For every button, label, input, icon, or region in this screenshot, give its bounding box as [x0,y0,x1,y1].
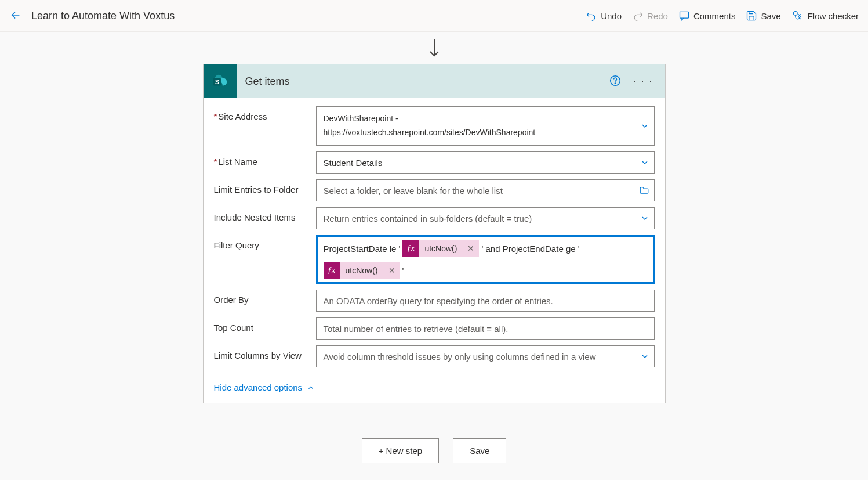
row-limit-columns: Limit Columns by View Avoid column thres… [214,345,655,367]
back-arrow-icon[interactable] [9,9,22,23]
token-remove-icon[interactable]: ✕ [463,244,479,253]
svg-point-1 [793,12,797,16]
comments-button[interactable]: Comments [678,10,736,21]
label-limit-folder: Limit Entries to Folder [214,179,316,194]
more-menu-icon[interactable]: · · · [633,75,653,88]
order-by-placeholder: An ODATA orderBy query for specifying th… [317,291,654,311]
row-order-by: Order By An ODATA orderBy query for spec… [214,290,655,312]
redo-button: Redo [632,10,668,21]
new-step-button[interactable]: + New step [362,438,439,463]
flow-title: Learn to Automate With Voxtus [31,10,175,22]
footer-save-button[interactable]: Save [453,438,506,463]
input-top-count[interactable]: Total number of entries to retrieve (def… [316,317,655,340]
input-limit-folder[interactable]: Select a folder, or leave blank for the … [316,179,655,201]
undo-button[interactable]: Undo [586,10,622,21]
expression-token-utcnow-1[interactable]: ƒx utcNow() ✕ [402,240,479,257]
label-list-name: *List Name [214,151,316,167]
expression-token-utcnow-2[interactable]: ƒx utcNow() ✕ [324,262,400,279]
input-include-nested[interactable]: Return entries contained in sub-folders … [316,207,655,229]
sharepoint-icon: S [204,64,237,98]
action-title: Get items [237,75,610,88]
arrow-down-icon [427,38,441,60]
list-name-value: Student Details [317,153,654,172]
site-address-line2: https://voxtustech.sharepoint.com/sites/… [324,126,633,140]
svg-point-9 [615,82,616,83]
flow-checker-label: Flow checker [808,11,859,21]
flow-checker-button[interactable]: Flow checker [791,10,859,21]
undo-icon [586,10,597,21]
save-button[interactable]: Save [746,10,780,21]
limit-columns-placeholder: Avoid column threshold issues by only us… [317,347,654,366]
row-filter-query: Filter Query ProjectStartDate le ' ƒx ut… [214,235,655,284]
input-order-by[interactable]: An ODATA orderBy query for specifying th… [316,290,655,312]
footer-buttons: + New step Save [362,438,507,463]
chevron-down-icon[interactable] [640,352,649,361]
label-include-nested: Include Nested Items [214,207,316,222]
svg-rect-0 [680,12,688,18]
comments-label: Comments [693,11,736,21]
label-limit-columns: Limit Columns by View [214,345,316,360]
fq-text-before: ProjectStartDate le ' [324,244,401,254]
help-icon[interactable] [609,75,621,88]
topbar: Learn to Automate With Voxtus Undo Redo … [0,0,868,32]
input-limit-columns[interactable]: Avoid column threshold issues by only us… [316,345,655,367]
chevron-down-icon[interactable] [640,214,649,223]
hide-advanced-link[interactable]: Hide advanced options [204,378,326,403]
row-top-count: Top Count Total number of entries to ret… [214,317,655,340]
row-list-name: *List Name Student Details [214,151,655,174]
input-site-address[interactable]: DevWithSharepoint - https://voxtustech.s… [316,106,655,146]
action-header[interactable]: S Get items · · · [204,64,665,98]
label-filter-query: Filter Query [214,235,316,250]
limit-folder-placeholder: Select a folder, or leave blank for the … [317,181,654,200]
label-order-by: Order By [214,290,316,305]
token1-label: utcNow() [419,244,463,253]
top-count-placeholder: Total number of entries to retrieve (def… [317,319,654,338]
chevron-down-icon[interactable] [640,158,649,167]
row-include-nested: Include Nested Items Return entries cont… [214,207,655,229]
fx-icon: ƒx [324,262,340,279]
redo-icon [632,10,644,21]
hide-advanced-label: Hide advanced options [214,382,303,392]
row-site-address: *Site Address DevWithSharepoint - https:… [214,106,655,146]
token-remove-icon[interactable]: ✕ [384,266,400,275]
label-site-address: *Site Address [214,106,316,121]
fq-text-after: ' [402,266,404,276]
folder-picker-icon[interactable] [639,185,649,196]
fq-text-mid: ' and ProjectEndDate ge ' [481,244,579,254]
save-icon [746,10,757,21]
undo-label: Undo [601,11,622,21]
comment-icon [678,10,690,21]
fx-icon: ƒx [402,240,419,257]
redo-label: Redo [647,11,668,21]
row-limit-folder: Limit Entries to Folder Select a folder,… [214,179,655,201]
include-nested-placeholder: Return entries contained in sub-folders … [317,209,654,228]
input-list-name[interactable]: Student Details [316,151,655,174]
site-address-line1: DevWithSharepoint - [324,112,633,126]
flow-checker-icon [791,10,804,21]
flow-canvas: S Get items · · · *Site Address DevWithS… [0,32,868,480]
chevron-down-icon[interactable] [640,121,649,131]
label-top-count: Top Count [214,317,316,333]
svg-text:S: S [215,79,219,85]
chevron-up-icon [307,384,315,392]
save-label: Save [761,11,780,21]
input-filter-query[interactable]: ProjectStartDate le ' ƒx utcNow() ✕ ' an… [316,235,655,284]
token2-label: utcNow() [340,266,384,275]
action-card-get-items: S Get items · · · *Site Address DevWithS… [203,64,666,403]
